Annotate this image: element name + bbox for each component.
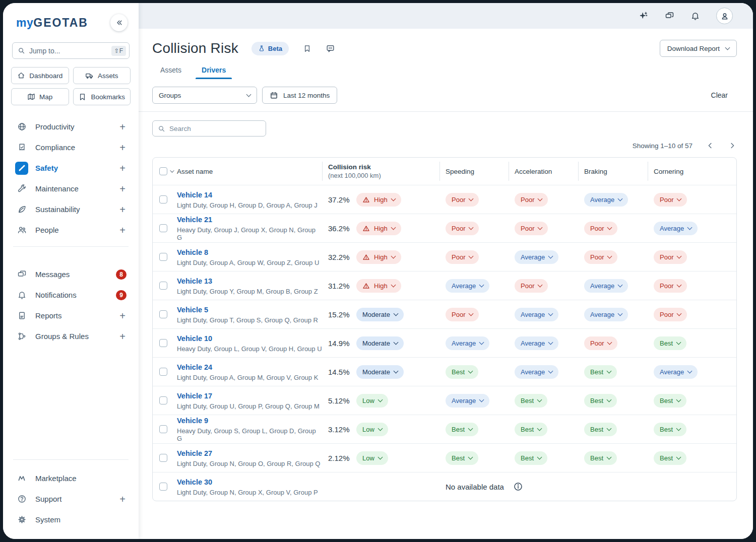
acceleration-rating-pill[interactable]: Best bbox=[515, 423, 547, 436]
info-icon[interactable] bbox=[513, 482, 523, 492]
acceleration-rating-pill[interactable]: Average bbox=[515, 308, 558, 321]
sidebar-item-sustainability[interactable]: Sustainability+ bbox=[11, 199, 131, 220]
braking-rating-pill[interactable]: Poor bbox=[584, 250, 617, 264]
vehicle-link[interactable]: Vehicle 9 bbox=[177, 417, 208, 425]
column-header-speeding[interactable]: Speeding bbox=[439, 158, 509, 185]
sidebar-item-notifications[interactable]: Notifications9 bbox=[11, 285, 131, 305]
previous-page-button[interactable] bbox=[706, 141, 715, 150]
chat-duplicate-icon[interactable] bbox=[665, 11, 674, 21]
braking-rating-pill[interactable]: Poor bbox=[584, 336, 617, 350]
braking-rating-pill[interactable]: Poor bbox=[584, 222, 617, 235]
cornering-rating-pill[interactable]: Best bbox=[654, 423, 686, 436]
braking-rating-pill[interactable]: Best bbox=[584, 423, 617, 436]
tab-assets[interactable]: Assets bbox=[160, 66, 181, 79]
cornering-rating-pill[interactable]: Poor bbox=[654, 279, 687, 293]
acceleration-rating-pill[interactable]: Poor bbox=[515, 193, 548, 207]
acceleration-rating-pill[interactable]: Average bbox=[515, 365, 558, 379]
collision-risk-level-pill[interactable]: Moderate bbox=[356, 308, 404, 321]
sidebar-item-system[interactable]: System bbox=[11, 509, 131, 530]
sidebar-item-reports[interactable]: Reports+ bbox=[11, 305, 131, 326]
cornering-rating-pill[interactable]: Best bbox=[654, 451, 686, 465]
jump-to-search[interactable]: ⇧F bbox=[12, 42, 130, 59]
column-header-cornering[interactable]: Cornering bbox=[648, 158, 736, 185]
vehicle-link[interactable]: Vehicle 17 bbox=[177, 392, 212, 400]
select-all-checkbox[interactable] bbox=[159, 167, 167, 175]
acceleration-rating-pill[interactable]: Poor bbox=[515, 222, 548, 235]
cornering-rating-pill[interactable]: Poor bbox=[654, 193, 687, 207]
row-checkbox[interactable] bbox=[159, 483, 167, 491]
sidebar-item-support[interactable]: Support+ bbox=[11, 489, 131, 509]
sparkle-icon[interactable] bbox=[638, 11, 649, 21]
download-report-button[interactable]: Download Report bbox=[660, 40, 737, 57]
cornering-rating-pill[interactable]: Best bbox=[654, 336, 686, 350]
vehicle-link[interactable]: Vehicle 30 bbox=[177, 478, 212, 486]
clear-filters-button[interactable]: Clear bbox=[711, 91, 728, 99]
row-checkbox[interactable] bbox=[159, 339, 167, 347]
cornering-rating-pill[interactable]: Best bbox=[654, 394, 686, 408]
expand-plus-icon[interactable]: + bbox=[119, 205, 128, 215]
acceleration-rating-pill[interactable]: Average bbox=[515, 336, 558, 350]
vehicle-link[interactable]: Vehicle 24 bbox=[177, 363, 212, 371]
vehicle-link[interactable]: Vehicle 10 bbox=[177, 334, 212, 343]
expand-plus-icon[interactable]: + bbox=[119, 143, 128, 153]
collision-risk-level-pill[interactable]: Low bbox=[356, 451, 388, 465]
sidebar-collapse-button[interactable] bbox=[110, 14, 128, 31]
quick-link-assets[interactable]: Assets bbox=[73, 67, 131, 84]
vehicle-link[interactable]: Vehicle 14 bbox=[177, 191, 212, 199]
cornering-rating-pill[interactable]: Poor bbox=[654, 250, 687, 264]
tab-drivers[interactable]: Drivers bbox=[202, 66, 226, 79]
row-checkbox[interactable] bbox=[159, 195, 167, 204]
collision-risk-level-pill[interactable]: High bbox=[356, 279, 401, 293]
collision-risk-level-pill[interactable]: Moderate bbox=[356, 336, 404, 350]
table-search[interactable] bbox=[152, 120, 266, 137]
speeding-rating-pill[interactable]: Poor bbox=[446, 308, 479, 321]
braking-rating-pill[interactable]: Average bbox=[584, 279, 628, 293]
next-page-button[interactable] bbox=[728, 141, 737, 150]
collision-risk-level-pill[interactable]: High bbox=[356, 250, 401, 264]
speeding-rating-pill[interactable]: Best bbox=[446, 451, 478, 465]
speeding-rating-pill[interactable]: Poor bbox=[446, 222, 479, 235]
quick-link-dashboard[interactable]: Dashboard bbox=[11, 67, 69, 84]
row-checkbox[interactable] bbox=[159, 368, 167, 376]
collision-risk-level-pill[interactable]: High bbox=[356, 193, 401, 207]
braking-rating-pill[interactable]: Best bbox=[584, 394, 617, 408]
speeding-rating-pill[interactable]: Best bbox=[446, 423, 478, 436]
collision-risk-level-pill[interactable]: Moderate bbox=[356, 365, 404, 379]
column-header-acceleration[interactable]: Acceleration bbox=[509, 158, 578, 185]
speeding-rating-pill[interactable]: Best bbox=[446, 365, 478, 379]
bell-icon[interactable] bbox=[690, 11, 700, 21]
expand-plus-icon[interactable]: + bbox=[119, 163, 128, 173]
braking-rating-pill[interactable]: Average bbox=[584, 308, 628, 321]
collision-risk-level-pill[interactable]: High bbox=[356, 222, 401, 235]
speeding-rating-pill[interactable]: Average bbox=[446, 394, 489, 408]
sidebar-item-people[interactable]: People+ bbox=[11, 220, 131, 240]
speeding-rating-pill[interactable]: Average bbox=[446, 279, 489, 293]
acceleration-rating-pill[interactable]: Poor bbox=[515, 279, 548, 293]
sidebar-item-compliance[interactable]: Compliance+ bbox=[11, 137, 131, 158]
table-search-input[interactable] bbox=[169, 125, 261, 132]
date-range-button[interactable]: Last 12 months bbox=[262, 87, 337, 104]
groups-filter-dropdown[interactable]: Groups bbox=[152, 87, 257, 104]
sidebar-item-messages[interactable]: Messages8 bbox=[11, 264, 131, 285]
row-checkbox[interactable] bbox=[159, 310, 167, 318]
expand-plus-icon[interactable]: + bbox=[119, 331, 128, 342]
cornering-rating-pill[interactable]: Average bbox=[654, 365, 698, 379]
braking-rating-pill[interactable]: Best bbox=[584, 365, 617, 379]
speeding-rating-pill[interactable]: Average bbox=[446, 336, 489, 350]
sidebar-item-groups-rules[interactable]: Groups & Rules+ bbox=[11, 326, 131, 347]
column-header-collision-risk[interactable]: Collision risk (next 100,000 km) bbox=[322, 158, 439, 185]
sidebar-item-maintenance[interactable]: Maintenance+ bbox=[11, 178, 131, 199]
vehicle-link[interactable]: Vehicle 8 bbox=[177, 248, 208, 256]
quick-link-map[interactable]: Map bbox=[11, 88, 69, 105]
expand-plus-icon[interactable]: + bbox=[119, 184, 128, 194]
collision-risk-level-pill[interactable]: Low bbox=[356, 423, 388, 436]
vehicle-link[interactable]: Vehicle 21 bbox=[177, 216, 212, 224]
quick-link-bookmarks[interactable]: Bookmarks bbox=[73, 88, 131, 105]
expand-plus-icon[interactable]: + bbox=[119, 225, 128, 235]
acceleration-rating-pill[interactable]: Best bbox=[515, 394, 547, 408]
expand-plus-icon[interactable]: + bbox=[119, 494, 128, 504]
column-header-braking[interactable]: Braking bbox=[578, 158, 648, 185]
vehicle-link[interactable]: Vehicle 27 bbox=[177, 449, 212, 457]
cornering-rating-pill[interactable]: Poor bbox=[654, 308, 687, 321]
acceleration-rating-pill[interactable]: Best bbox=[515, 451, 547, 465]
